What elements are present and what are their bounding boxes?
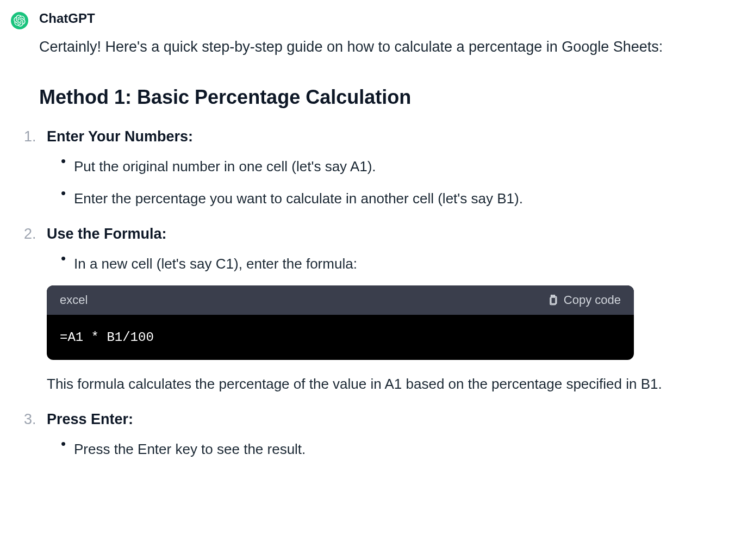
- bullet-item: Enter the percentage you want to calcula…: [61, 188, 692, 209]
- step-bullets: Press the Enter key to see the result.: [47, 439, 692, 460]
- step-item: Enter Your Numbers: Put the original num…: [24, 128, 692, 209]
- bullet-item: Put the original number in one cell (let…: [61, 156, 692, 177]
- step-item: Use the Formula: In a new cell (let's sa…: [24, 226, 692, 395]
- clipboard-icon: [547, 295, 558, 306]
- step-title: Enter Your Numbers:: [47, 128, 692, 145]
- copy-code-label: Copy code: [564, 293, 621, 307]
- bullet-item: Press the Enter key to see the result.: [61, 439, 692, 460]
- step-bullets: Put the original number in one cell (let…: [47, 156, 692, 209]
- code-content: =A1 * B1/100: [60, 330, 621, 345]
- code-body: =A1 * B1/100: [47, 315, 634, 360]
- message-content: ChatGPT Certainly! Here's a quick step-b…: [39, 11, 692, 476]
- message-container: ChatGPT Certainly! Here's a quick step-b…: [11, 11, 724, 476]
- code-header: excel Copy code: [47, 285, 634, 315]
- copy-code-button[interactable]: Copy code: [547, 293, 621, 307]
- assistant-avatar: [11, 12, 28, 29]
- step-bullets: In a new cell (let's say C1), enter the …: [47, 253, 692, 275]
- code-block: excel Copy code: [47, 285, 634, 360]
- openai-icon: [14, 15, 26, 27]
- bullet-item: In a new cell (let's say C1), enter the …: [61, 253, 692, 275]
- method-heading: Method 1: Basic Percentage Calculation: [39, 86, 692, 109]
- step-item: Press Enter: Press the Enter key to see …: [24, 411, 692, 460]
- step-title: Press Enter:: [47, 411, 692, 428]
- code-explanation: This formula calculates the percentage o…: [47, 373, 692, 395]
- intro-text: Certainly! Here's a quick step-by-step g…: [39, 36, 692, 59]
- code-language-label: excel: [60, 293, 88, 307]
- steps-list: Enter Your Numbers: Put the original num…: [24, 128, 692, 460]
- author-name: ChatGPT: [39, 11, 692, 26]
- step-title: Use the Formula:: [47, 226, 692, 242]
